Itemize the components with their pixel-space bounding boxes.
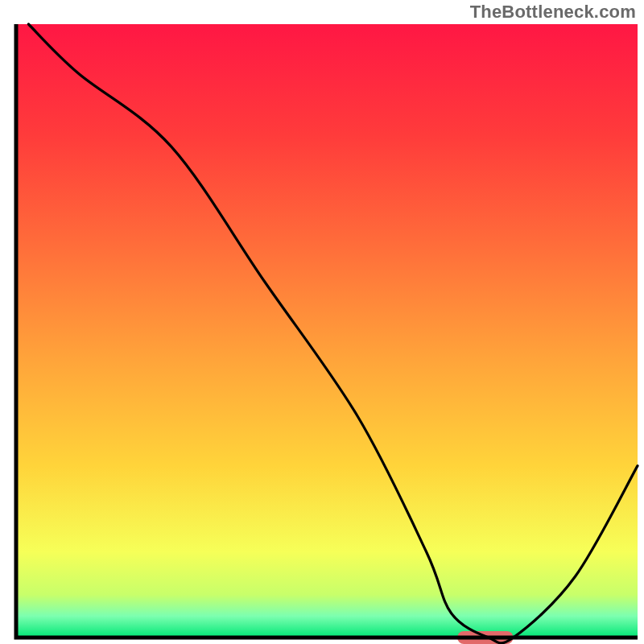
plot-background <box>16 24 638 638</box>
watermark-text: TheBottleneck.com <box>470 2 636 23</box>
chart-container: TheBottleneck.com <box>0 0 644 644</box>
bottleneck-chart <box>0 0 644 644</box>
